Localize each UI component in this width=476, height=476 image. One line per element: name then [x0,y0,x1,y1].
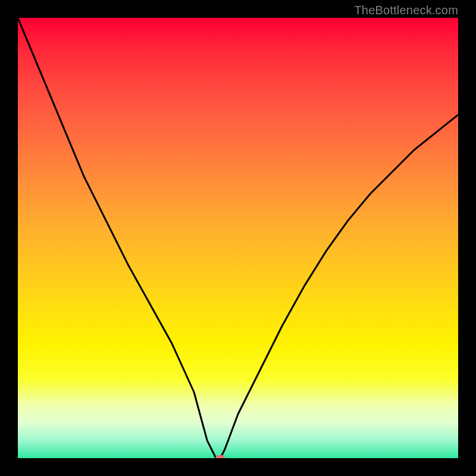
plot-area [18,18,458,458]
watermark-text: TheBottleneck.com [354,4,458,17]
chart-container: TheBottleneck.com [0,0,476,476]
optimal-marker [215,455,225,458]
bottleneck-curve [18,18,458,458]
